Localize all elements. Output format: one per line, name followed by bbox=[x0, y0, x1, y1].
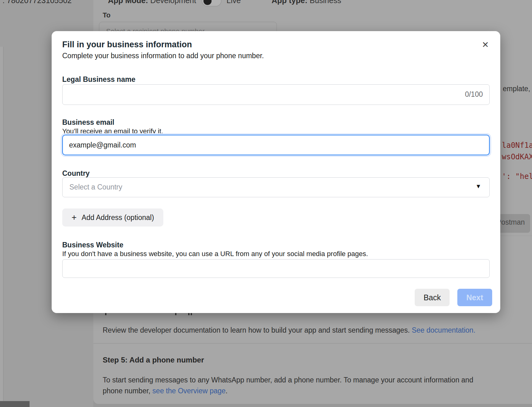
clipped-code-line: wsOdKAX' bbox=[502, 152, 532, 161]
country-select[interactable]: Select a Country ▼ bbox=[62, 177, 490, 197]
docs-text: Review the developer documentation to le… bbox=[103, 326, 412, 334]
business-email-field-wrap bbox=[62, 135, 490, 155]
to-field-label: To bbox=[103, 11, 110, 19]
modal-subtitle: Complete your business information to ad… bbox=[62, 52, 264, 60]
app-mode-value: Development bbox=[150, 0, 196, 5]
app-header-bar: : 780207723105502 App Mode: Development … bbox=[0, 0, 532, 8]
country-label: Country bbox=[62, 169, 90, 178]
app-type: App type: Business bbox=[272, 0, 341, 5]
app-mode: App Mode: Development bbox=[108, 0, 196, 5]
business-website-field-wrap bbox=[62, 259, 490, 278]
left-edge-divider bbox=[0, 47, 3, 407]
overview-page-link[interactable]: see the Overview page bbox=[152, 387, 226, 395]
business-email-helper: You’ll receive an email to verify it. bbox=[62, 127, 163, 135]
step5-line2: phone number, bbox=[103, 387, 152, 395]
next-button[interactable]: Next bbox=[457, 289, 492, 306]
step5-paragraph: To start sending messages to any WhatsAp… bbox=[103, 375, 473, 396]
back-button[interactable]: Back bbox=[415, 289, 450, 306]
clipped-code-line: la0Nf1ak bbox=[502, 141, 532, 150]
clipped-code-line: ': "hell bbox=[502, 172, 532, 181]
app-id: : 780207723105502 bbox=[2, 0, 72, 5]
close-icon: ✕ bbox=[482, 40, 489, 49]
divider bbox=[500, 236, 532, 236]
clipped-text-template: emplate, c bbox=[503, 85, 532, 93]
docs-paragraph: Review the developer documentation to le… bbox=[103, 326, 475, 334]
app-mode-toggle[interactable] bbox=[202, 0, 222, 7]
add-address-label: Add Address (optional) bbox=[82, 213, 154, 222]
modal-title: Fill in your business information bbox=[62, 40, 192, 49]
step5-line1: To start sending messages to any WhatsAp… bbox=[103, 376, 473, 384]
app-type-value: Business bbox=[310, 0, 341, 5]
app-mode-label: App Mode: bbox=[108, 0, 148, 5]
chevron-down-icon: ▼ bbox=[475, 183, 481, 190]
plus-icon: + bbox=[72, 213, 77, 222]
legal-name-label: Legal Business name bbox=[62, 75, 135, 84]
add-address-button[interactable]: + Add Address (optional) bbox=[62, 208, 163, 227]
page: : 780207723105502 App Mode: Development … bbox=[0, 0, 532, 407]
business-website-input[interactable] bbox=[62, 259, 490, 278]
toggle-knob-icon bbox=[203, 0, 212, 5]
close-button[interactable]: ✕ bbox=[480, 39, 491, 50]
see-documentation-link[interactable]: See documentation. bbox=[412, 326, 475, 334]
app-type-label: App type: bbox=[272, 0, 307, 5]
business-info-modal: Fill in your business information ✕ Comp… bbox=[52, 31, 500, 313]
business-website-label: Business Website bbox=[62, 241, 123, 249]
country-select-placeholder: Select a Country bbox=[69, 183, 122, 191]
modal-footer-buttons: Back Next bbox=[415, 289, 492, 306]
bottom-dark-strip bbox=[0, 401, 30, 407]
legal-name-field-wrap: 0/100 bbox=[62, 84, 490, 105]
business-email-label: Business email bbox=[62, 118, 114, 127]
section-divider bbox=[93, 343, 532, 344]
postman-tab-label: Postman bbox=[497, 218, 525, 227]
step5-heading: Step 5: Add a phone number bbox=[103, 356, 204, 364]
live-label: Live bbox=[226, 0, 241, 5]
step5-period: . bbox=[226, 387, 227, 395]
legal-name-input[interactable] bbox=[62, 84, 490, 105]
business-website-helper: If you don't have a business website, yo… bbox=[62, 250, 368, 258]
char-counter: 0/100 bbox=[465, 90, 483, 99]
business-email-input[interactable] bbox=[62, 135, 490, 155]
